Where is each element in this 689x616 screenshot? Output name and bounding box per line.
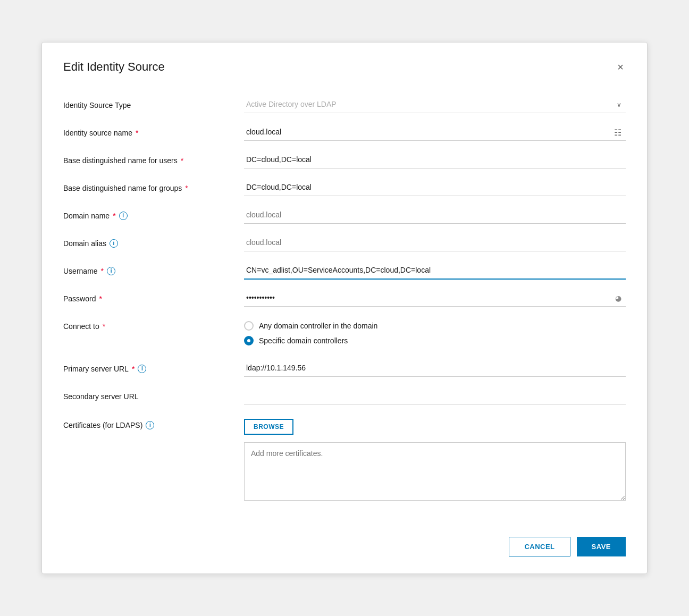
eye-icon[interactable]: ◕	[615, 294, 621, 302]
identity-source-type-field: Active Directory over LDAP ∨	[244, 96, 626, 113]
save-button[interactable]: SAVE	[577, 537, 626, 556]
secondary-server-url-label: Secondary server URL	[63, 387, 244, 401]
info-icon-domain: i	[119, 212, 128, 220]
primary-server-url-field	[244, 359, 626, 377]
identity-source-name-field: ☷	[244, 123, 626, 141]
primary-server-url-input[interactable]	[244, 359, 626, 377]
radio-any-domain-controller[interactable]: Any domain controller in the domain	[244, 321, 626, 331]
radio-any-domain-input[interactable]	[244, 321, 254, 331]
connect-to-row: Connect to * Any domain controller in th…	[63, 313, 626, 355]
identity-source-name-wrapper: ☷	[244, 123, 626, 141]
dialog-header: Edit Identity Source ×	[63, 60, 626, 74]
info-icon-alias: i	[110, 239, 118, 248]
required-star-7: *	[103, 322, 105, 331]
domain-name-field	[244, 206, 626, 224]
base-dn-groups-field	[244, 179, 626, 196]
dialog-footer: CANCEL SAVE	[63, 526, 626, 556]
identity-source-type-row: Identity Source Type Active Directory ov…	[63, 91, 626, 119]
edit-identity-source-dialog: Edit Identity Source × Identity Source T…	[41, 42, 648, 574]
password-label: Password *	[63, 289, 244, 303]
identity-source-type-label: Identity Source Type	[63, 96, 244, 109]
domain-name-input[interactable]	[244, 206, 626, 224]
connect-to-field: Any domain controller in the domain Spec…	[244, 317, 626, 345]
info-icon-primary-url: i	[138, 365, 146, 373]
required-star-8: *	[132, 365, 135, 373]
required-star-5: *	[101, 267, 104, 275]
username-input[interactable]	[244, 261, 626, 280]
identity-source-name-label: Identity source name *	[63, 123, 244, 137]
form-body: Identity Source Type Active Directory ov…	[63, 91, 626, 505]
primary-server-url-label: Primary server URL * i	[63, 359, 244, 373]
username-label: Username * i	[63, 261, 244, 275]
required-star: *	[136, 129, 138, 137]
grid-icon[interactable]: ☷	[614, 127, 621, 137]
base-dn-users-row: Base distinguished name for users *	[63, 147, 626, 174]
info-icon-username: i	[107, 267, 115, 275]
cancel-button[interactable]: CANCEL	[509, 537, 570, 556]
connect-to-radio-group: Any domain controller in the domain Spec…	[244, 317, 626, 345]
domain-alias-field	[244, 234, 626, 251]
required-star-4: *	[113, 212, 115, 220]
certificates-textarea[interactable]	[244, 442, 626, 501]
base-dn-users-input[interactable]	[244, 151, 626, 168]
browse-button[interactable]: BROWSE	[244, 419, 293, 435]
radio-any-domain-label: Any domain controller in the domain	[259, 322, 377, 330]
identity-source-type-dropdown: Active Directory over LDAP ∨	[244, 96, 626, 113]
required-star-6: *	[99, 294, 102, 303]
password-row: Password * ◕	[63, 285, 626, 313]
identity-source-name-input[interactable]	[244, 123, 626, 141]
radio-specific-domain-controller[interactable]: Specific domain controllers	[244, 336, 626, 345]
identity-source-type-select[interactable]: Active Directory over LDAP	[244, 96, 626, 113]
info-icon-certs: i	[146, 421, 154, 429]
secondary-server-url-input[interactable]	[244, 387, 626, 404]
base-dn-groups-label: Base distinguished name for groups *	[63, 179, 244, 192]
secondary-server-url-field	[244, 387, 626, 404]
primary-server-url-row: Primary server URL * i	[63, 355, 626, 383]
base-dn-users-field	[244, 151, 626, 168]
connect-to-label: Connect to *	[63, 317, 244, 331]
password-wrapper: ◕	[244, 289, 626, 307]
username-row: Username * i	[63, 257, 626, 285]
certificates-row: Certificates (for LDAPS) i BROWSE	[63, 410, 626, 505]
base-dn-groups-row: Base distinguished name for groups *	[63, 174, 626, 202]
domain-alias-label: Domain alias i	[63, 234, 244, 248]
domain-name-row: Domain name * i	[63, 202, 626, 230]
close-button[interactable]: ×	[615, 60, 626, 74]
dialog-title: Edit Identity Source	[63, 60, 165, 74]
domain-alias-row: Domain alias i	[63, 230, 626, 257]
base-dn-groups-input[interactable]	[244, 179, 626, 196]
identity-source-name-row: Identity source name * ☷	[63, 119, 626, 147]
radio-specific-domain-input[interactable]	[244, 336, 254, 345]
required-star-2: *	[181, 156, 183, 165]
certificates-label: Certificates (for LDAPS) i	[63, 419, 244, 429]
password-field: ◕	[244, 289, 626, 307]
domain-alias-input[interactable]	[244, 234, 626, 251]
username-field	[244, 261, 626, 280]
password-input[interactable]	[244, 289, 626, 307]
base-dn-users-label: Base distinguished name for users *	[63, 151, 244, 165]
domain-name-label: Domain name * i	[63, 206, 244, 220]
certificates-field: BROWSE	[244, 419, 626, 501]
radio-specific-domain-label: Specific domain controllers	[259, 336, 348, 345]
required-star-3: *	[185, 184, 188, 192]
secondary-server-url-row: Secondary server URL	[63, 383, 626, 410]
